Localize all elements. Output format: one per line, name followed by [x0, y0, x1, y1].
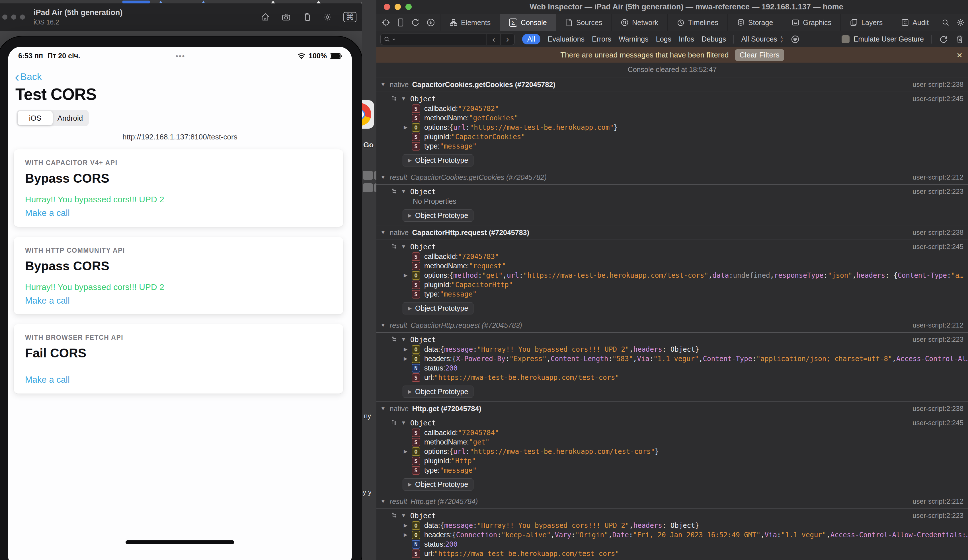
disclosure-triangle-icon[interactable]: ▼ [380, 81, 386, 88]
make-a-call-link[interactable]: Make a call [25, 296, 70, 306]
disclosure-triangle-icon[interactable]: ▼ [380, 498, 386, 504]
object-prototype-button[interactable]: ▶Object Prototype [403, 478, 474, 491]
make-a-call-link[interactable]: Make a call [25, 375, 70, 385]
tab-storage[interactable]: Storage [728, 14, 782, 31]
disclosure-triangle-icon[interactable]: ▶ [404, 522, 412, 529]
filter-scope-debugs[interactable]: Debugs [701, 35, 726, 43]
source-location-link[interactable]: user-script:2:238 [912, 228, 963, 236]
property-row[interactable]: Stype: "message" [376, 289, 968, 299]
source-location-link[interactable]: user-script:2:212 [912, 321, 963, 329]
refresh-icon[interactable] [939, 35, 948, 44]
banner-close-icon[interactable]: × [956, 50, 962, 60]
tab-elements[interactable]: Elements [440, 14, 500, 31]
filter-scope-all[interactable]: All [522, 34, 540, 45]
disclosure-triangle-icon[interactable]: ▶ [404, 448, 412, 454]
property-row[interactable]: Nstatus: 200 [376, 363, 968, 373]
log-group-header[interactable]: ▼resultCapacitorHttp.request (#72045783)… [376, 318, 968, 333]
disclosure-triangle-icon[interactable]: ▶ [404, 346, 412, 352]
inspector-titlebar[interactable]: Web Inspector — iPad Air (5th generation… [376, 0, 968, 14]
segment-ios[interactable]: iOS [18, 111, 53, 125]
disclosure-triangle-icon[interactable]: ▼ [401, 336, 406, 343]
property-row[interactable]: ScallbackId: "72045783" [376, 252, 968, 261]
property-row[interactable]: SmethodName: "getCookies" [376, 113, 968, 123]
window-controls[interactable] [384, 4, 412, 10]
find-previous-button[interactable]: ‹ [487, 34, 501, 45]
property-row[interactable]: Surl: "https://mwa-test-be.herokuapp.com… [376, 549, 968, 558]
clear-filters-button[interactable]: Clear Filters [735, 49, 784, 61]
window-zoom-button[interactable] [20, 15, 25, 20]
source-location-link[interactable]: user-script:2:245 [912, 95, 963, 103]
property-row[interactable]: ▶Ooptions: {url: "https://mwa-test-be.he… [376, 447, 968, 456]
window-minimize-button[interactable] [394, 4, 401, 10]
window-minimize-button[interactable] [11, 15, 16, 20]
log-group-header[interactable]: ▼nativeHttp.get (#72045784)user-script:2… [376, 401, 968, 416]
source-location-link[interactable]: user-script:2:223 [912, 335, 963, 344]
search-input[interactable] [381, 34, 487, 45]
disclosure-triangle-icon[interactable]: ▼ [380, 405, 386, 412]
disclosure-triangle-icon[interactable]: ▼ [380, 322, 386, 329]
object-prototype-button[interactable]: ▶Object Prototype [403, 386, 474, 398]
source-location-link[interactable]: user-script:2:212 [912, 497, 963, 505]
home-indicator[interactable] [126, 540, 234, 544]
object-row[interactable]: ▼Objectuser-script:2:223 [376, 334, 968, 345]
download-web-archive-icon[interactable] [426, 18, 435, 27]
disclosure-triangle-icon[interactable]: ▼ [380, 174, 386, 180]
emulate-user-gesture-checkbox[interactable] [842, 35, 850, 43]
disclosure-triangle-icon[interactable]: ▶ [404, 124, 412, 131]
object-prototype-button[interactable]: ▶Object Prototype [403, 210, 474, 222]
log-group-header[interactable]: ▼resultCapacitorCookies.getCookies (#720… [376, 170, 968, 185]
message-type-filter-icon[interactable] [791, 35, 800, 44]
window-close-button[interactable] [2, 15, 7, 20]
object-prototype-button[interactable]: ▶Object Prototype [403, 154, 474, 167]
screenshot-camera-icon[interactable] [281, 13, 291, 21]
tab-layers[interactable]: Layers [840, 14, 892, 31]
property-row[interactable]: SpluginId: "CapacitorHttp" [376, 280, 968, 289]
property-row[interactable]: ScallbackId: "72045782" [376, 104, 968, 113]
window-close-button[interactable] [384, 4, 390, 10]
disclosure-triangle-icon[interactable]: ▼ [380, 230, 386, 236]
filter-scope-logs[interactable]: Logs [656, 35, 671, 43]
filter-scope-warnings[interactable]: Warnings [619, 35, 648, 43]
property-row[interactable]: SmethodName: "request" [376, 261, 968, 271]
tab-audit[interactable]: Audit [892, 14, 938, 31]
object-row[interactable]: ▼Objectuser-script:2:245 [376, 241, 968, 252]
back-button[interactable]: ‹ Back [15, 71, 42, 82]
source-location-link[interactable]: user-script:2:223 [912, 188, 963, 195]
property-row[interactable]: SmethodName: "get" [376, 437, 968, 447]
object-row[interactable]: ▼Objectuser-script:2:223 [376, 187, 968, 197]
appearance-sun-icon[interactable] [323, 13, 332, 21]
desktop-folder-icon[interactable] [374, 183, 376, 192]
filter-scope-infos[interactable]: Infos [679, 35, 694, 43]
object-row[interactable]: ▼Objectuser-script:2:245 [376, 418, 968, 428]
tab-graphics[interactable]: Graphics [782, 14, 840, 31]
disclosure-triangle-icon[interactable]: ▶ [404, 272, 412, 278]
clear-console-trash-icon[interactable] [955, 35, 964, 44]
tab-timelines[interactable]: Timelines [667, 14, 728, 31]
object-row[interactable]: ▼Objectuser-script:2:223 [376, 510, 968, 521]
disclosure-triangle-icon[interactable]: ▼ [401, 512, 406, 519]
property-row[interactable]: Stype: "message" [376, 466, 968, 475]
object-prototype-button[interactable]: ▶Object Prototype [403, 302, 474, 314]
property-row[interactable]: Surl: "https://mwa-test-be.herokuapp.com… [376, 373, 968, 382]
simulator-window-controls[interactable] [2, 15, 25, 20]
property-row[interactable]: ▶Odata: {message: "Hurray!! You bypassed… [376, 521, 968, 530]
segment-android[interactable]: Android [53, 111, 88, 125]
filter-scope-evaluations[interactable]: Evaluations [548, 35, 585, 43]
source-location-link[interactable]: user-script:2:245 [912, 243, 963, 251]
disclosure-triangle-icon[interactable]: ▶ [404, 532, 412, 538]
property-row[interactable]: Nstatus: 200 [376, 540, 968, 549]
chrome-app-icon[interactable] [362, 100, 374, 129]
disclosure-triangle-icon[interactable]: ▼ [401, 96, 406, 102]
property-row[interactable]: Stype: "message" [376, 141, 968, 151]
home-icon[interactable] [261, 13, 270, 21]
log-group-header[interactable]: ▼nativeCapacitorHttp.request (#72045783)… [376, 225, 968, 240]
element-picker-icon[interactable] [381, 18, 390, 27]
source-location-link[interactable]: user-script:2:238 [912, 405, 963, 413]
find-next-button[interactable]: › [501, 34, 514, 45]
property-row[interactable]: ▶Oheaders: {X-Powered-By: "Express", Con… [376, 354, 968, 363]
source-location-link[interactable]: user-script:2:223 [912, 512, 963, 520]
log-group-header[interactable]: ▼resultHttp.get (#72045784)user-script:2… [376, 494, 968, 509]
object-row[interactable]: ▼Objectuser-script:2:245 [376, 94, 968, 104]
disclosure-triangle-icon[interactable]: ▼ [401, 244, 406, 250]
tab-console[interactable]: Σ Console [500, 14, 556, 31]
